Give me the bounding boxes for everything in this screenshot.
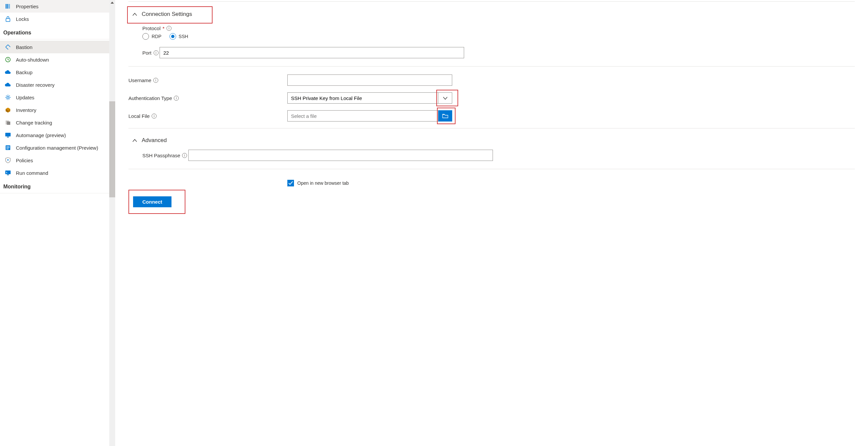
sidebar-item-label: Configuration management (Preview): [16, 145, 98, 151]
svg-rect-0: [6, 4, 7, 9]
sidebar-item-label: Locks: [16, 16, 29, 22]
sidebar-item-properties[interactable]: Properties: [0, 0, 115, 12]
sidebar-item-policies[interactable]: Policies: [0, 154, 115, 167]
svg-rect-8: [5, 133, 10, 137]
svg-point-5: [7, 96, 9, 98]
svg-rect-7: [7, 121, 10, 125]
sidebar-item-backup[interactable]: Backup: [0, 66, 115, 79]
open-new-tab-checkbox[interactable]: [287, 180, 294, 186]
auth-type-select[interactable]: [287, 92, 438, 103]
advanced-toggle[interactable]: Advanced: [128, 135, 171, 146]
sidebar-item-bastion[interactable]: Bastion: [0, 41, 115, 53]
sidebar-item-run-command[interactable]: Run command: [0, 167, 115, 179]
lock-icon: [5, 16, 11, 22]
connect-button[interactable]: Connect: [133, 196, 172, 207]
sidebar-item-change-tracking[interactable]: Change tracking: [0, 116, 115, 129]
svg-rect-15: [5, 171, 10, 174]
sidebar-item-label: Auto-shutdown: [16, 57, 49, 63]
sidebar-item-label: Inventory: [16, 107, 36, 113]
chevron-up-icon: [132, 137, 137, 144]
svg-rect-2: [9, 4, 10, 9]
local-file-label: Local File i: [128, 113, 287, 119]
svg-rect-16: [7, 175, 9, 175]
svg-rect-11: [6, 146, 9, 147]
protocol-radio-ssh[interactable]: SSH: [169, 33, 188, 40]
port-input[interactable]: [160, 47, 464, 58]
list-icon: [5, 144, 11, 151]
info-icon[interactable]: i: [182, 153, 187, 158]
local-file-input[interactable]: [287, 110, 438, 121]
properties-icon: [5, 3, 11, 9]
connection-settings-title: Connection Settings: [142, 11, 192, 18]
sidebar-item-updates[interactable]: Updates: [0, 91, 115, 103]
svg-rect-13: [6, 149, 9, 149]
chevron-up-icon: [132, 11, 137, 18]
sidebar-item-config-management[interactable]: Configuration management (Preview): [0, 141, 115, 154]
checkmark-icon: [288, 181, 293, 185]
port-label: Port i: [142, 50, 159, 56]
info-icon[interactable]: i: [153, 78, 158, 83]
bastion-icon: [5, 44, 11, 50]
username-input[interactable]: [287, 75, 452, 86]
box-icon: [5, 107, 11, 113]
scroll-up-arrow[interactable]: [109, 0, 115, 5]
auth-type-dropdown-button[interactable]: [438, 92, 452, 103]
sidebar-item-automanage[interactable]: Automanage (preview): [0, 129, 115, 141]
required-indicator: *: [162, 26, 164, 31]
svg-point-14: [7, 159, 9, 160]
radio-checked-icon: [169, 33, 176, 40]
sidebar-section-operations: Operations: [0, 25, 115, 38]
svg-rect-12: [6, 148, 9, 148]
sidebar: Properties Locks Operations Bastion Auto…: [0, 0, 115, 446]
connection-settings-toggle[interactable]: Connection Settings: [128, 8, 196, 20]
svg-rect-3: [6, 19, 10, 22]
info-icon[interactable]: i: [152, 114, 157, 119]
sidebar-item-label: Policies: [16, 158, 33, 163]
sidebar-item-locks[interactable]: Locks: [0, 12, 115, 25]
sidebar-item-disaster-recovery[interactable]: Disaster recovery: [0, 79, 115, 91]
sidebar-item-inventory[interactable]: Inventory: [0, 103, 115, 116]
sidebar-item-label: Disaster recovery: [16, 82, 55, 88]
cloud-sync-icon: [5, 82, 11, 88]
sidebar-item-label: Automanage (preview): [16, 132, 66, 138]
terminal-icon: [5, 170, 11, 176]
info-icon[interactable]: i: [174, 96, 179, 101]
protocol-radio-rdp[interactable]: RDP: [142, 33, 161, 40]
tracking-icon: [5, 119, 11, 126]
passphrase-input[interactable]: [188, 150, 493, 161]
browse-file-button[interactable]: [438, 110, 452, 121]
shield-icon: [5, 157, 11, 163]
advanced-title: Advanced: [142, 137, 167, 144]
sidebar-item-label: Bastion: [16, 44, 32, 50]
sidebar-item-label: Properties: [16, 4, 38, 9]
info-icon[interactable]: i: [154, 50, 159, 55]
cloud-icon: [5, 69, 11, 76]
info-icon[interactable]: i: [166, 26, 172, 31]
main-content: Connection Settings Protocol * i RDP SSH…: [115, 0, 868, 446]
scrollbar[interactable]: [109, 0, 115, 446]
radio-unchecked-icon: [142, 33, 149, 40]
username-label: Username i: [128, 78, 287, 83]
svg-rect-9: [7, 137, 9, 138]
sidebar-section-monitoring: Monitoring: [0, 179, 115, 192]
sidebar-item-label: Backup: [16, 69, 32, 75]
auth-type-label: Authentication Type i: [128, 95, 287, 101]
monitor-icon: [5, 132, 11, 139]
sidebar-item-autoshutdown[interactable]: Auto-shutdown: [0, 53, 115, 66]
sidebar-item-label: Updates: [16, 95, 34, 100]
chevron-down-icon: [443, 97, 447, 100]
scroll-thumb[interactable]: [109, 101, 115, 197]
protocol-label: Protocol * i: [142, 26, 172, 31]
folder-icon: [442, 114, 448, 118]
svg-rect-1: [7, 4, 8, 9]
gear-icon: [5, 94, 11, 101]
open-new-tab-label: Open in new browser tab: [297, 180, 349, 186]
passphrase-label: SSH Passphrase i: [142, 153, 187, 158]
sidebar-item-label: Run command: [16, 170, 48, 176]
clock-icon: [5, 56, 11, 63]
sidebar-item-label: Change tracking: [16, 120, 52, 125]
